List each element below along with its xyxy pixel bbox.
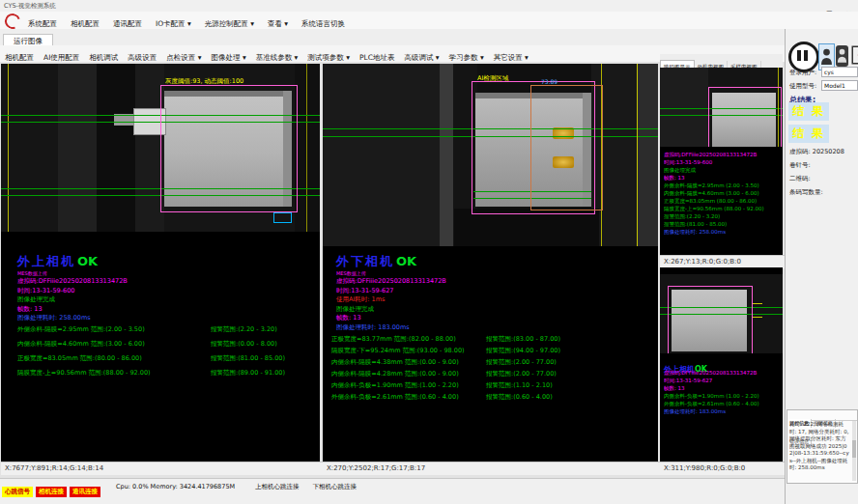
coord-label: 73.89 xyxy=(541,78,558,85)
result-box: 结 果 xyxy=(788,125,829,143)
measurement-alarm: 报警范围:(2.20 - 3.20) xyxy=(211,325,277,334)
status-badge: 心跳信号 xyxy=(2,487,33,497)
ok-status: OK xyxy=(77,254,98,268)
pause-icon xyxy=(804,50,808,61)
camera-title: 外下相机 xyxy=(336,254,394,268)
admin-user-button[interactable] xyxy=(836,45,848,67)
thumb-text-line: 报警范围:(81.00 - 85.00) xyxy=(664,220,780,228)
app-window: CYS-视觉检测系统 — □ × 系统配置相机配置通讯配置IO卡配置 ▾光源控制… xyxy=(0,0,858,504)
thumbnail-bottom-status: X:311;Y:980;R:0;G:0;B:0 xyxy=(660,462,786,475)
field-row: 虚拟码: 20250208 xyxy=(789,148,844,156)
ok-status: OK xyxy=(396,254,416,268)
thumbnail-image-top[interactable] xyxy=(660,68,783,147)
barcode-line: 虚拟码:DFFiiie2025020813313472B xyxy=(336,277,446,287)
thumb-text-line: 隔膜宽度-上=90.56mm (88.00 - 92.00) xyxy=(664,205,780,212)
thumbnail-top-status: X:267;Y:13;R:0;G:0;B:0 xyxy=(660,255,786,268)
field-row: 卷针号: xyxy=(789,161,811,170)
thumbnail-panel-bottom: 外上相机OK 虚拟码:DFFiiie2025020813313472B时间:13… xyxy=(660,267,783,462)
threshold-label: 灰度阈值:93, 动态阈值:100 xyxy=(165,77,243,86)
thumb-text-line: 虚拟码:DFFiiie2025020813313472B xyxy=(664,151,780,158)
thumbnail-image-bottom[interactable] xyxy=(660,274,783,353)
measurement-value: 内侧余料-隔膜=4.28mm 范围:(0.00 - 9.00) xyxy=(331,370,459,378)
measurement-alarm: 报警范围:(2.00 - 77.00) xyxy=(486,358,557,367)
measurement-row: 隔膜宽度-下=95.24mm 范围:(93.00 - 98.00)报警范围:(9… xyxy=(323,347,658,356)
measurement-value: 内侧余料-隔膜=4.38mm 范围:(0.00 - 9.00) xyxy=(331,358,459,367)
mes-upload-line: MES数据上传 xyxy=(336,270,446,277)
field-label: 二维码: xyxy=(789,175,811,182)
bottom-status-bar: 心跳信号相机连接通讯连接 Cpu: 0.0% Memory: 3424.4179… xyxy=(0,478,785,494)
field-label: 卷针号: xyxy=(789,161,811,169)
measurement-value: 正极宽度=83.77mm 范围:(82.00 - 88.00) xyxy=(331,335,456,344)
thumbnail-tabs: 喷码图显示外机内视图采样内视图 xyxy=(660,54,783,69)
measurement-alarm: 报警范围:(89.00 - 91.00) xyxy=(211,369,285,378)
thumb-text-line: 帧数: 13 xyxy=(664,174,780,182)
model-label: 使用型号: xyxy=(789,82,816,91)
middle-camera-panel: AI检测区域 73.89 外下相机OK MES数据上传 虚拟码:DFFiiie2… xyxy=(323,64,658,462)
measurement-alarm: 报警范围:(0.00 - 8.00) xyxy=(211,340,277,349)
done-line: 图像处理完成 xyxy=(17,295,128,305)
thumb-text-line: 内侧余料-隔膜=4.60mm (3.00 - 6.00) xyxy=(664,189,780,197)
ai-region-label: AI检测区域 xyxy=(477,74,508,83)
status-badge: 相机连接 xyxy=(36,487,67,497)
heartbeat-links: 上相机心跳连接下相机心跳连接 xyxy=(255,483,370,491)
machine-structure xyxy=(97,64,135,232)
roi-box-pink xyxy=(668,286,753,353)
roi-box-pink xyxy=(708,87,782,147)
thumb-text-line: 图像处理耗时: 183.00ms xyxy=(664,407,780,415)
thumb-text-line: 外侧余料-负极=2.61mm (0.60 - 4.00) xyxy=(664,400,780,407)
measurement-alarm: 报警范围:(94.00 - 97.00) xyxy=(486,347,560,355)
elapsed-line: 图像处理耗时: 183.00ms xyxy=(336,323,446,333)
user-dark-icon xyxy=(837,46,847,64)
done-line: 图像处理完成 xyxy=(336,305,446,315)
reference-line-yellow xyxy=(8,64,9,232)
login-user-value[interactable]: cys xyxy=(821,67,858,77)
reference-mark-yellow xyxy=(753,303,762,304)
barcode-line: 虚拟码:DFFiiie2025020813313472B xyxy=(17,277,128,287)
result-box: 结 果 xyxy=(788,102,829,121)
cpu-memory-status: Cpu: 0.0% Memory: 3424.41796875M xyxy=(116,483,235,490)
field-value: 20250208 xyxy=(811,148,844,155)
time-line: 时间:13-31-59-600 xyxy=(17,287,128,296)
elapsed-line: 图像处理耗时: 258.00ms xyxy=(17,314,128,323)
measurement-value: 外侧余料-隔膜=2.95mm 范围:(2.00 - 3.50) xyxy=(17,325,145,334)
info-scrollbar[interactable] xyxy=(852,421,856,481)
menu-items: 系统配置相机配置通讯配置IO卡配置 ▾光源控制配置 ▾查看 ▾系统语言切换 xyxy=(21,12,352,29)
thumb-text-line: 内侧余料-负极=1.90mm (1.00 - 2.20) xyxy=(664,392,780,400)
thumb-text-line: 帧数: 13 xyxy=(664,384,780,392)
status-link[interactable]: 上相机心跳连接 xyxy=(255,483,300,490)
measurement-row: 内侧余料-隔膜=4.60mm 范围:(3.00 - 6.00)报警范围:(0.0… xyxy=(1,340,320,350)
machine-structure xyxy=(295,64,320,232)
machine-structure xyxy=(638,64,658,246)
thumbnail-text-top: 虚拟码:DFFiiie2025020813313472B时间:13-31-59-… xyxy=(664,151,780,236)
measurement-alarm: 报警范围:(83.00 - 87.00) xyxy=(486,335,560,344)
info-tabs: 运行信息报警信息错误信息 xyxy=(787,410,857,421)
camera-title: 外上相机 xyxy=(17,254,75,268)
ai-elapsed-line: 使用AI耗时: 1ms xyxy=(336,295,446,305)
roi-box-cyan xyxy=(273,212,292,223)
measurement-value: 正极宽度=83.05mm 范围:(80.00 - 86.00) xyxy=(17,354,142,363)
machine-structure xyxy=(323,64,443,246)
thumb-text-line: 图像处理耗时: 258.00ms xyxy=(664,228,780,236)
left-camera-image[interactable]: 灰度阈值:93, 动态阈值:100 xyxy=(1,64,320,232)
field-row: 二维码: xyxy=(789,175,811,183)
thumbnail-text-bottom: 虚拟码:DFFiiie2025020813313472B时间:13-31-59-… xyxy=(664,369,780,415)
status-badges: 心跳信号相机连接通讯连接 xyxy=(0,479,101,497)
measurement-row: 外侧余料-隔膜=2.95mm 范围:(2.00 - 3.50)报警范围:(2.2… xyxy=(1,325,320,335)
roi-box-orange xyxy=(530,85,603,210)
info-box: 运行信息报警信息错误信息 耗时: 222, 网络检测耗时: 17, 网络分类耗时… xyxy=(786,409,858,484)
middle-camera-image[interactable]: AI检测区域 73.89 xyxy=(323,64,658,246)
field-label: 虚拟码: xyxy=(789,148,811,155)
login-user-label: 登录用户: xyxy=(789,69,816,77)
right-control-panel: 登录用户: cys 使用型号: Model1 总结果: 结 果结 果 虚拟码: … xyxy=(785,29,858,504)
measurement-row: 外侧余料-负极=2.61mm 范围:(0.60 - 4.00)报警范围:(0.6… xyxy=(323,393,658,403)
thumb-text-line: 正极宽度=83.05mm (80.00 - 86.00) xyxy=(664,197,780,205)
middle-result-text: 外下相机OK MES数据上传 虚拟码:DFFiiie20250208133134… xyxy=(336,251,446,332)
field-label: 条码写数量: xyxy=(789,188,823,196)
frame-line: 帧数: 13 xyxy=(17,305,128,315)
status-link[interactable]: 下相机心跳连接 xyxy=(313,483,358,490)
pause-icon xyxy=(797,50,801,61)
model-value[interactable]: Model1 xyxy=(821,80,858,91)
measurement-value: 外侧余料-负极=2.61mm 范围:(0.60 - 4.00) xyxy=(331,393,459,402)
user-icon xyxy=(820,45,833,67)
exit-button[interactable] xyxy=(851,43,858,69)
